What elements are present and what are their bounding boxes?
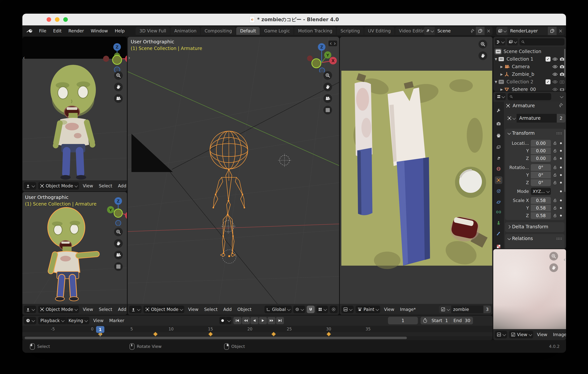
jump-to-end-button[interactable] [276,317,284,324]
editor-type-button[interactable] [129,306,142,313]
navigation-gizmo[interactable]: Z Y X [306,40,339,72]
tab-object-icon[interactable] [495,176,502,184]
animate-dot[interactable] [560,142,562,144]
auto-key-button[interactable] [219,317,231,324]
animate-dot[interactable] [560,215,562,216]
playback-menu[interactable]: Playback [38,317,66,324]
menu-add[interactable]: Add [116,183,127,188]
properties-search[interactable] [508,93,551,100]
timeline-view-menu[interactable]: View [91,318,105,323]
end-frame-field[interactable]: End30 [451,318,473,323]
start-frame-field[interactable]: Start1 [429,318,451,323]
transform-panel-header[interactable]: Transform [505,129,565,138]
mode-dropdown[interactable]: Object Mode [143,306,184,313]
editor-type-button[interactable] [24,182,36,190]
editor-type-button[interactable] [495,93,506,100]
scene-name[interactable]: Scene [435,28,469,33]
tab-physics-icon[interactable] [495,198,502,206]
jump-to-start-button[interactable] [233,317,241,324]
id-type-dropdown[interactable] [506,114,517,123]
hide-eye-icon[interactable] [552,65,558,69]
outliner-row-collection-1[interactable]: ▼ Collection 1 ✓ [493,55,565,63]
toolbar-toggle-icon[interactable]: › [128,55,130,61]
animate-dot[interactable] [560,158,562,159]
zoom-in-icon[interactable] [479,40,487,49]
menu-image[interactable]: Image* [398,307,418,312]
pin-id-icon[interactable] [558,103,563,107]
render-visibility-icon[interactable] [560,57,565,61]
properties-options-icon[interactable] [560,95,563,98]
outliner-row-zombie-armature[interactable]: ▶ Zombie_b [493,71,565,78]
zoom-in-icon[interactable] [549,252,558,260]
menu-render[interactable]: Render [65,28,87,33]
tab-3d-view-full[interactable]: 3D View Full [136,27,170,35]
tab-modifiers-icon[interactable] [495,187,502,195]
rotation-y-field[interactable]: 0° [531,172,551,179]
snap-toggle[interactable] [307,306,315,313]
location-x-field[interactable]: 0.00 [531,140,551,147]
menu-help[interactable]: Help [111,28,128,33]
play-button[interactable] [259,317,267,324]
tab-scripting[interactable]: Scripting [337,27,364,35]
editor-type-button[interactable] [495,38,505,45]
panel-grip[interactable] [556,132,562,134]
render-visibility-icon[interactable] [560,64,565,69]
editor-type-button[interactable] [341,306,354,313]
delta-transform-panel[interactable]: Delta Transform [505,222,565,232]
render-disabled-icon[interactable] [560,80,565,84]
menu-view[interactable]: View [81,307,95,312]
outliner-search[interactable] [519,38,565,45]
menu-select[interactable]: Select [97,307,114,312]
unlink-scene-icon[interactable]: × [484,28,493,34]
location-z-field[interactable]: 0.00 [531,155,551,162]
hide-eye-icon[interactable] [552,72,558,76]
view-mode-dropdown[interactable]: View [509,331,533,338]
properties-editor[interactable]: Armature Armature 2 Tra [493,92,566,249]
zoom-in-icon[interactable] [323,71,332,80]
menu-add[interactable]: Add [116,307,127,312]
outliner[interactable]: Scene Collection ▼ Collection 1 ✓ ▶ Came… [493,37,566,91]
zoom-in-icon[interactable] [114,227,123,236]
sidebar-toggle-icon[interactable]: ‹ [563,257,566,262]
breadcrumb-label[interactable]: Armature [513,103,535,108]
tab-output-icon[interactable] [495,132,502,139]
image-users-badge[interactable]: 3 [483,306,491,313]
lock-icon[interactable] [553,157,557,160]
render-visibility-icon[interactable] [560,87,565,91]
lock-icon[interactable] [553,206,557,210]
timeline-scrollbar[interactable] [25,337,407,339]
menu-view[interactable]: View [535,332,549,337]
keyframe-channel[interactable] [22,332,493,336]
animate-dot[interactable] [560,182,562,184]
image-name-field[interactable]: zombie [451,306,483,313]
location-y-field[interactable]: 0.00 [531,147,551,154]
tab-world-icon[interactable] [495,165,502,173]
disclosure-icon[interactable]: ▼ [493,57,499,61]
scale-z-field[interactable]: 0.58 [531,212,551,219]
menu-view[interactable]: View [186,307,200,312]
collection-checkbox[interactable]: ✓ [546,57,550,62]
menu-view[interactable]: View [81,183,95,188]
disclosure-icon[interactable]: ▶ [499,72,504,76]
animate-dot[interactable] [560,200,562,201]
tab-tool-icon[interactable] [495,107,502,114]
menu-file[interactable]: File [36,28,50,33]
lock-icon[interactable] [553,199,557,202]
tab-scene-icon[interactable] [495,154,502,162]
outliner-row-camera[interactable]: ▶ Camera [493,63,565,71]
hide-eye-icon[interactable] [552,57,558,61]
image-editor[interactable]: Paint View Image* zombie 3 [340,37,493,315]
snap-settings-dropdown[interactable] [316,306,328,313]
pan-hand-icon[interactable] [323,83,332,91]
disclosure-icon[interactable]: ▼ [493,80,499,84]
pan-hand-icon[interactable] [549,263,558,272]
pan-hand-icon[interactable] [114,239,123,248]
transform-orientation-dropdown[interactable]: Global [264,306,292,313]
camera-view-icon[interactable] [114,94,123,103]
animate-dot[interactable] [560,150,562,152]
menu-edit[interactable]: Edit [50,28,65,33]
timeline-marker-menu[interactable]: Marker [107,318,126,323]
mode-dropdown[interactable]: Object Mode [38,306,79,313]
tab-game-logic[interactable]: Game Logic [260,27,294,35]
render-layer-selector[interactable]: RenderLayer × [496,27,565,35]
